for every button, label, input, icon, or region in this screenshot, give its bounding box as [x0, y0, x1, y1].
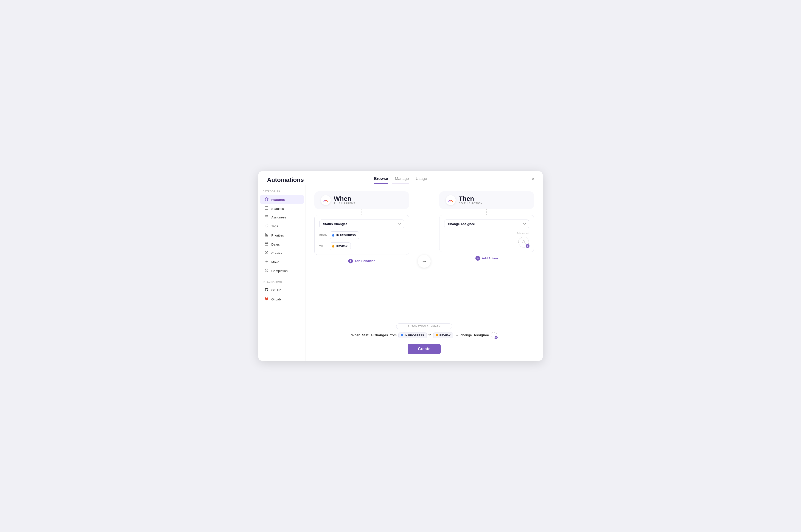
when-logo — [321, 195, 331, 205]
summary-status-changes: Status Changes — [362, 334, 388, 337]
automations-modal: Automations Browse Manage Usage × CATEGO… — [258, 171, 543, 361]
then-column: Then DO THIS ACTION Change Assignee Adva… — [439, 191, 534, 263]
when-header-box: When THIS HAPPENS — [314, 191, 409, 209]
add-action-button[interactable]: + Add Action — [476, 254, 498, 263]
from-row: FROM IN PROGRESS — [319, 231, 404, 239]
summary-row: When Status Changes from IN PROGRESS to … — [314, 332, 534, 339]
sidebar-item-priorities[interactable]: Priorities — [260, 231, 304, 240]
add-action-label: Add Action — [482, 256, 498, 260]
action-card: Change Assignee Advanced — [439, 215, 534, 252]
sidebar-item-creation[interactable]: Creation — [260, 249, 304, 258]
tab-manage[interactable]: Manage — [395, 176, 409, 184]
summary-change-text: change — [461, 334, 472, 337]
arrow-divider: → — [418, 255, 431, 268]
summary-assignee-text: Assignee — [474, 334, 489, 337]
modal-body: CATEGORIES: Features Statuses Assignees — [258, 185, 543, 361]
summary-arrow-icon: → — [455, 333, 459, 338]
action-select[interactable]: Change Assignee — [444, 220, 529, 228]
sidebar-item-features-label: Features — [271, 198, 285, 202]
assignee-plus-icon: + — [526, 244, 529, 248]
integrations-label: INTEGRATIONS: — [258, 280, 305, 285]
close-button[interactable]: × — [532, 176, 535, 182]
summary-to-value: REVIEW — [440, 334, 450, 337]
priorities-icon — [264, 233, 269, 238]
then-connector-line — [486, 209, 487, 215]
main-content: When THIS HAPPENS Status Changes FROM — [306, 185, 543, 361]
sidebar-divider — [263, 278, 301, 278]
condition-card: Status Changes FROM IN PROGRESS — [314, 215, 409, 255]
advanced-button[interactable]: Advanced — [517, 232, 529, 235]
then-logo — [446, 195, 455, 205]
create-button[interactable]: Create — [408, 344, 441, 354]
add-action-plus-icon: + — [476, 256, 480, 261]
automation-builder: When THIS HAPPENS Status Changes FROM — [314, 191, 534, 314]
assignee-icon-wrap: + — [518, 237, 529, 247]
sidebar-item-github[interactable]: GitHub — [260, 285, 304, 294]
sidebar-item-move-label: Move — [271, 260, 279, 264]
svg-rect-7 — [265, 243, 268, 245]
sidebar-item-dates[interactable]: Dates — [260, 240, 304, 249]
svg-rect-6 — [267, 234, 268, 236]
statuses-icon — [264, 206, 269, 211]
sidebar-item-move[interactable]: Move — [260, 258, 304, 266]
when-connector-line — [361, 209, 362, 215]
sidebar-item-gitlab[interactable]: GitLab — [260, 294, 304, 304]
completion-icon — [264, 269, 269, 273]
then-title: Then — [459, 195, 483, 202]
creation-icon — [264, 251, 269, 255]
sidebar-item-priorities-label: Priorities — [271, 233, 284, 237]
sidebar-item-statuses-label: Statuses — [271, 207, 284, 210]
summary-to-dot — [436, 334, 438, 336]
sidebar-item-statuses[interactable]: Statuses — [260, 204, 304, 213]
to-label: TO — [319, 245, 327, 248]
then-trigger-text: Then DO THIS ACTION — [459, 195, 483, 205]
tab-usage[interactable]: Usage — [416, 176, 427, 184]
add-condition-plus-icon: + — [348, 259, 353, 263]
when-trigger-text: When THIS HAPPENS — [334, 195, 355, 205]
sidebar-item-assignees[interactable]: Assignees — [260, 213, 304, 221]
when-subtitle: THIS HAPPENS — [334, 202, 355, 205]
sidebar-item-completion[interactable]: Completion — [260, 266, 304, 275]
svg-point-10 — [523, 241, 524, 242]
assignees-icon — [264, 215, 269, 219]
summary-to-badge: REVIEW — [433, 332, 453, 338]
sidebar-item-tags[interactable]: Tags — [260, 222, 304, 230]
svg-point-1 — [265, 215, 267, 217]
sidebar-item-assignees-label: Assignees — [271, 215, 286, 219]
modal-title: Automations — [267, 176, 304, 183]
svg-point-3 — [265, 225, 266, 225]
svg-rect-5 — [266, 234, 267, 237]
features-icon — [264, 197, 269, 202]
gitlab-icon — [264, 297, 269, 302]
svg-rect-0 — [265, 207, 268, 210]
svg-point-9 — [265, 269, 268, 271]
sidebar: CATEGORIES: Features Statuses Assignees — [258, 185, 306, 361]
from-label: FROM — [319, 234, 327, 237]
add-condition-label: Add Condition — [355, 259, 375, 263]
summary-section: AUTOMATION SUMMARY When Status Changes f… — [314, 318, 534, 354]
tags-icon — [264, 224, 269, 228]
categories-label: CATEGORIES: — [258, 190, 305, 195]
summary-to-text: to — [428, 334, 431, 337]
to-row: TO REVIEW — [319, 242, 404, 250]
summary-from-dot — [401, 334, 403, 336]
sidebar-item-gitlab-label: GitLab — [271, 298, 281, 301]
tabs-container: Browse Manage Usage — [374, 176, 427, 184]
sidebar-item-features[interactable]: Features — [260, 195, 304, 204]
sidebar-item-completion-label: Completion — [271, 269, 288, 273]
then-subtitle: DO THIS ACTION — [459, 202, 483, 205]
then-header-box: Then DO THIS ACTION — [439, 191, 534, 209]
summary-assignee-icon-wrap: + — [491, 332, 497, 339]
tab-browse[interactable]: Browse — [374, 176, 388, 184]
add-condition-button[interactable]: + Add Condition — [348, 256, 375, 266]
summary-label: AUTOMATION SUMMARY — [396, 323, 452, 329]
when-column: When THIS HAPPENS Status Changes FROM — [314, 191, 409, 266]
sidebar-item-github-label: GitHub — [271, 288, 281, 292]
github-icon — [264, 287, 269, 292]
summary-from-badge: IN PROGRESS — [398, 332, 427, 338]
trigger-select[interactable]: Status Changes — [319, 220, 404, 228]
svg-point-2 — [267, 216, 268, 217]
sidebar-item-tags-label: Tags — [271, 224, 278, 228]
move-icon — [264, 260, 269, 264]
summary-when-text: When — [351, 334, 360, 337]
